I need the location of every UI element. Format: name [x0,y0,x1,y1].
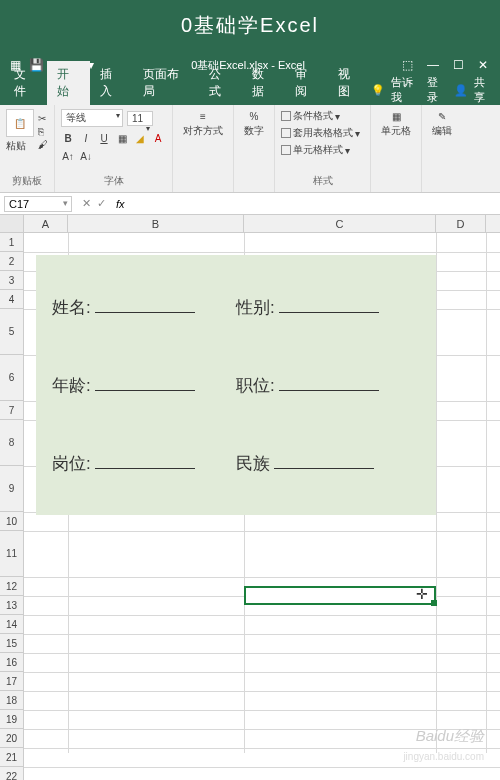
number-icon[interactable]: % [250,111,259,122]
maximize-icon[interactable]: ☐ [453,58,464,72]
ribbon-group-font: 等线 11 B I U ▦ ◢ A A↑ A↓ 字体 [55,105,173,192]
name-box[interactable]: C17 [4,196,72,212]
row-header-5[interactable]: 5 [0,309,23,355]
editing-icon[interactable]: ✎ [438,111,446,122]
paste-icon[interactable]: 📋 [6,109,34,137]
editing-label[interactable]: 编辑 [432,124,452,138]
cut-icon[interactable]: ✂ [38,113,48,124]
ribbon-group-cells: ▦ 单元格 [371,105,422,192]
ribbon-tabs: 文件 开始 插入 页面布局 公式 数据 审阅 视图 💡 告诉我 登录 👤 共享 [0,79,500,105]
row-header-10[interactable]: 10 [0,512,23,531]
cursor-icon: ✛ [416,586,428,602]
formula-bar: C17 ✕ ✓ fx [0,193,500,215]
watermark-brand: Baidu经验 [416,727,484,746]
close-icon[interactable]: ✕ [478,58,488,72]
clipboard-group-label: 剪贴板 [6,174,48,188]
tellme-label[interactable]: 告诉我 [391,75,422,105]
underline-button[interactable]: U [97,131,111,145]
tab-view[interactable]: 视图 [328,61,371,105]
row-header-20[interactable]: 20 [0,729,23,748]
align-icon[interactable]: ≡ [200,111,206,122]
minimize-icon[interactable]: — [427,58,439,72]
share-button[interactable]: 共享 [474,75,494,105]
select-all-corner[interactable] [0,215,24,232]
label-ethnic: 民族 [236,452,270,475]
tab-home[interactable]: 开始 [47,61,90,105]
col-header-c[interactable]: C [244,215,436,232]
row-header-19[interactable]: 19 [0,710,23,729]
conditional-format-button[interactable]: 条件格式▾ [281,109,364,123]
fill-color-icon[interactable]: ◢ [133,131,147,145]
italic-button[interactable]: I [79,131,93,145]
row-header-14[interactable]: 14 [0,615,23,634]
font-group-label: 字体 [61,174,166,188]
row-header-18[interactable]: 18 [0,691,23,710]
tellme-icon[interactable]: 💡 [371,84,385,97]
align-label[interactable]: 对齐方式 [183,124,223,138]
tab-review[interactable]: 审阅 [285,61,328,105]
decrease-font-icon[interactable]: A↓ [79,149,93,163]
font-size-select[interactable]: 11 [127,111,153,126]
selected-cell[interactable] [244,586,436,605]
border-icon[interactable]: ▦ [115,131,129,145]
copy-icon[interactable]: ⎘ [38,126,48,137]
styles-group-label: 样式 [281,174,364,188]
enter-icon[interactable]: ✓ [97,197,106,210]
spreadsheet: A B C D 12345678910111213141516171819202… [0,215,500,780]
row-header-15[interactable]: 15 [0,634,23,653]
font-name-select[interactable]: 等线 [61,109,123,127]
signin-link[interactable]: 登录 [427,75,447,105]
form-content: 姓名: 性别: 年龄: 职位: 岗位: 民族 [36,255,436,515]
bold-button[interactable]: B [61,131,75,145]
label-age: 年龄: [52,374,91,397]
row-header-21[interactable]: 21 [0,748,23,767]
tab-formulas[interactable]: 公式 [199,61,242,105]
col-header-d[interactable]: D [436,215,486,232]
underline [274,451,374,469]
row-header-12[interactable]: 12 [0,577,23,596]
col-header-b[interactable]: B [68,215,244,232]
cell-style-button[interactable]: 单元格样式▾ [281,143,364,157]
cancel-icon[interactable]: ✕ [82,197,91,210]
row-header-13[interactable]: 13 [0,596,23,615]
row-header-8[interactable]: 8 [0,420,23,466]
label-position: 职位: [236,374,275,397]
ribbon-group-editing: ✎ 编辑 [422,105,462,192]
number-label[interactable]: 数字 [244,124,264,138]
row-header-6[interactable]: 6 [0,355,23,401]
row-header-1[interactable]: 1 [0,233,23,252]
underline [95,451,195,469]
watermark-url: jingyan.baidu.com [403,751,484,762]
cells-icon[interactable]: ▦ [392,111,401,122]
ribbon-group-clipboard: 📋 粘贴 ✂ ⎘ 🖌 剪贴板 [0,105,55,192]
font-color-icon[interactable]: A [151,131,165,145]
ribbon-options-icon[interactable]: ⬚ [402,58,413,72]
ribbon: 📋 粘贴 ✂ ⎘ 🖌 剪贴板 等线 11 B I U ▦ ◢ A [0,105,500,193]
fx-label[interactable]: fx [112,198,129,210]
share-icon[interactable]: 👤 [454,84,468,97]
tab-data[interactable]: 数据 [242,61,285,105]
table-format-button[interactable]: 套用表格格式▾ [281,126,364,140]
row-header-7[interactable]: 7 [0,401,23,420]
label-gender: 性别: [236,296,275,319]
row-header-4[interactable]: 4 [0,290,23,309]
ribbon-group-styles: 条件格式▾ 套用表格格式▾ 单元格样式▾ 样式 [275,105,371,192]
tab-file[interactable]: 文件 [4,61,47,105]
row-header-11[interactable]: 11 [0,531,23,577]
col-header-a[interactable]: A [24,215,68,232]
tab-pagelayout[interactable]: 页面布局 [133,61,199,105]
row-header-17[interactable]: 17 [0,672,23,691]
page-banner: 0基础学Excel [0,0,500,51]
paste-label[interactable]: 粘贴 [6,139,34,153]
formula-input[interactable] [129,203,500,205]
row-header-22[interactable]: 22 [0,767,23,780]
format-painter-icon[interactable]: 🖌 [38,139,48,150]
row-header-3[interactable]: 3 [0,271,23,290]
increase-font-icon[interactable]: A↑ [61,149,75,163]
row-header-2[interactable]: 2 [0,252,23,271]
row-header-16[interactable]: 16 [0,653,23,672]
cell-grid[interactable]: 姓名: 性别: 年龄: 职位: 岗位: 民族 ✛ [24,233,500,753]
row-header-9[interactable]: 9 [0,466,23,512]
cells-label[interactable]: 单元格 [381,124,411,138]
tab-insert[interactable]: 插入 [90,61,133,105]
